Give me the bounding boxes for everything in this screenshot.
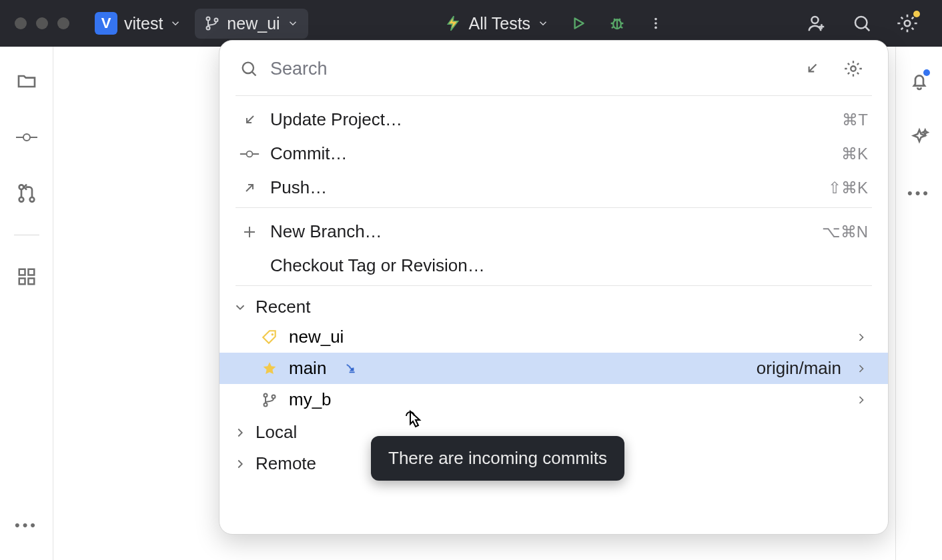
action-update-project[interactable]: Update Project… ⌘T	[219, 103, 888, 137]
svg-point-21	[851, 66, 855, 71]
branch-name: main	[289, 358, 326, 379]
branch-name: new_ui	[289, 327, 344, 347]
chevron-right-icon	[233, 425, 248, 440]
incoming-arrow-icon	[803, 60, 821, 77]
play-icon	[570, 15, 587, 32]
svg-point-1	[207, 27, 210, 30]
project-tool-button[interactable]	[12, 67, 41, 96]
incoming-indicator-icon: ⭸	[344, 361, 357, 376]
chevron-right-icon	[855, 362, 868, 375]
run-button[interactable]	[564, 9, 593, 38]
svg-point-14	[19, 197, 23, 202]
sparkle-icon	[909, 127, 929, 147]
project-selector[interactable]: V vitest	[88, 8, 188, 39]
branch-item-my-b[interactable]: my_b	[219, 384, 888, 415]
structure-tool-button[interactable]	[12, 262, 41, 291]
project-name-label: vitest	[124, 14, 163, 33]
branch-icon	[260, 392, 280, 408]
action-commit[interactable]: Commit… ⌘K	[219, 137, 888, 171]
fetch-button[interactable]	[797, 54, 827, 83]
svg-rect-19	[28, 279, 34, 285]
outgoing-arrow-icon	[240, 180, 260, 196]
svg-point-7	[812, 17, 819, 23]
commit-dot-icon	[240, 148, 260, 160]
pull-request-icon	[16, 183, 37, 204]
window-traffic-lights[interactable]	[15, 17, 69, 29]
action-label: Checkout Tag or Revision…	[270, 255, 857, 276]
chevron-down-icon	[287, 17, 299, 29]
branch-name-label: new_ui	[227, 14, 280, 33]
group-label: Remote	[256, 453, 316, 474]
user-plus-icon	[807, 13, 827, 33]
tooltip-incoming-commits: There are incoming commits	[371, 436, 624, 481]
svg-point-2	[215, 19, 218, 22]
more-right-tools-button[interactable]: •••	[905, 179, 934, 208]
ellipsis-icon: •••	[15, 517, 38, 534]
action-label: New Branch…	[270, 221, 811, 242]
svg-point-28	[272, 395, 276, 398]
chevron-down-icon	[233, 300, 248, 315]
star-icon	[260, 360, 280, 377]
action-label: Update Project…	[270, 109, 831, 130]
traffic-min[interactable]	[36, 17, 48, 29]
run-config-label: All Tests	[468, 14, 530, 33]
code-with-me-button[interactable]	[802, 9, 831, 38]
chevron-right-icon	[233, 457, 248, 471]
action-push[interactable]: Push… ⇧⌘K	[219, 171, 888, 205]
branch-tracking: origin/main	[757, 358, 841, 379]
svg-point-11	[23, 134, 30, 141]
svg-point-26	[264, 393, 268, 397]
run-config-selector[interactable]: All Tests	[439, 10, 554, 37]
commit-tool-button[interactable]	[12, 123, 41, 152]
svg-point-4	[654, 18, 657, 21]
bug-icon	[608, 14, 626, 33]
action-new-branch[interactable]: New Branch… ⌥⌘N	[219, 215, 888, 249]
svg-rect-16	[19, 269, 25, 275]
action-label: Push…	[270, 177, 817, 198]
plus-icon	[240, 224, 260, 240]
svg-point-8	[855, 17, 867, 29]
svg-point-5	[654, 22, 657, 25]
traffic-close[interactable]	[15, 17, 27, 29]
branch-item-new-ui[interactable]: new_ui	[219, 321, 888, 353]
ai-assistant-button[interactable]	[905, 123, 934, 152]
left-gutter: •••	[0, 47, 53, 560]
debug-button[interactable]	[602, 9, 632, 38]
branch-item-main[interactable]: main ⭸ origin/main	[219, 353, 888, 384]
run-toolbar: All Tests	[439, 9, 670, 38]
traffic-max[interactable]	[57, 17, 69, 29]
branch-selector[interactable]: new_ui	[195, 9, 308, 39]
action-shortcut: ⌘T	[842, 111, 868, 129]
project-icon: V	[95, 12, 117, 35]
action-shortcut: ⌘K	[841, 145, 868, 163]
svg-point-25	[272, 333, 274, 335]
more-tools-button[interactable]: •••	[12, 511, 41, 540]
svg-point-20	[243, 63, 254, 73]
gear-icon	[844, 59, 863, 78]
branch-search-input[interactable]	[270, 59, 785, 79]
group-label: Local	[256, 422, 297, 443]
svg-point-15	[29, 197, 34, 202]
tag-icon	[260, 329, 280, 346]
popup-settings-button[interactable]	[839, 54, 868, 83]
settings-badge	[913, 11, 920, 17]
svg-point-27	[264, 403, 268, 406]
right-gutter: •••	[895, 47, 942, 560]
structure-icon	[17, 267, 37, 287]
pull-requests-button[interactable]	[12, 179, 41, 208]
svg-point-6	[654, 27, 657, 29]
settings-button[interactable]	[893, 9, 922, 38]
commit-dot-icon	[15, 131, 38, 144]
action-checkout-revision[interactable]: Checkout Tag or Revision…	[219, 249, 888, 283]
action-shortcut: ⌥⌘N	[822, 223, 868, 241]
branch-icon	[204, 15, 220, 31]
action-label: Commit…	[270, 143, 831, 164]
more-run-actions[interactable]	[641, 9, 670, 38]
ellipsis-icon: •••	[907, 185, 931, 202]
group-recent[interactable]: Recent	[219, 286, 888, 321]
notifications-button[interactable]	[905, 67, 934, 96]
kebab-icon	[648, 16, 663, 31]
svg-point-9	[905, 21, 911, 27]
search-everywhere-button[interactable]	[847, 9, 877, 38]
group-label: Recent	[256, 297, 310, 317]
